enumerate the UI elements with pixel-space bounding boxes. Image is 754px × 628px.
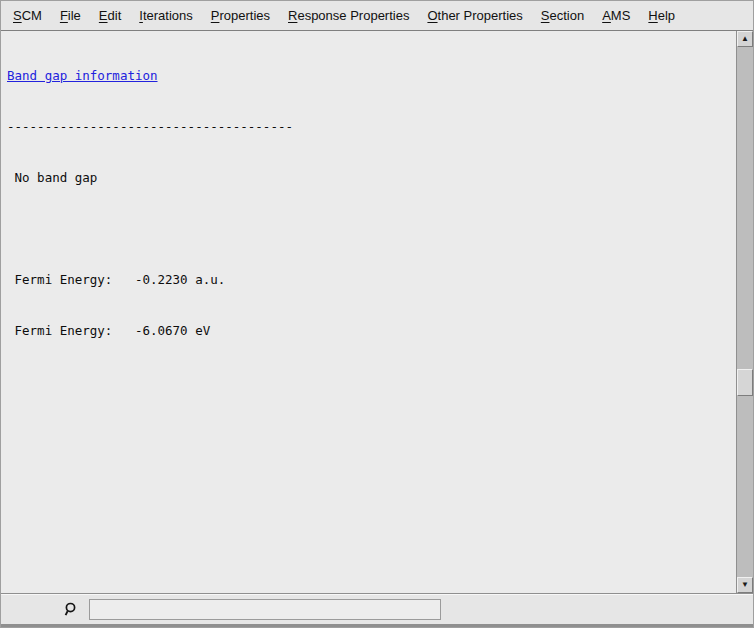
menu-item-file[interactable]: File xyxy=(51,5,90,26)
fermi-ev-value: -6.0670 xyxy=(135,323,188,338)
menu-item-help[interactable]: Help xyxy=(639,5,684,26)
menu-item-scm[interactable]: SCM xyxy=(4,5,51,26)
search-icon[interactable] xyxy=(63,602,77,617)
output-window: SCMFileEditIterationsPropertiesResponse … xyxy=(0,0,754,628)
scrollbar-thumb[interactable] xyxy=(737,369,753,396)
menu-item-ams[interactable]: AMS xyxy=(593,5,639,26)
menu-item-edit[interactable]: Edit xyxy=(90,5,130,26)
menu-item-iterations[interactable]: Iterations xyxy=(130,5,202,26)
no-band-gap-line: No band gap xyxy=(7,169,736,186)
down-arrow-icon: ▼ xyxy=(741,581,749,589)
menu-item-section[interactable]: Section xyxy=(532,5,593,26)
content-area: Band gap information -------------------… xyxy=(1,30,753,594)
band-gap-separator: -------------------------------------- xyxy=(7,118,736,135)
up-arrow-icon: ▲ xyxy=(741,35,749,43)
vertical-scrollbar: ▲ ▼ xyxy=(736,31,753,593)
search-bar xyxy=(1,594,753,624)
fermi-energy-ev-line: Fermi Energy:-6.0670eV xyxy=(7,322,736,339)
menu-item-response-properties[interactable]: Response Properties xyxy=(279,5,418,26)
band-gap-info-link[interactable]: Band gap information xyxy=(7,68,158,83)
search-input[interactable] xyxy=(89,599,441,620)
scrollbar-down-button[interactable]: ▼ xyxy=(737,577,753,593)
scrollbar-track[interactable] xyxy=(737,47,753,577)
window-bottom-edge xyxy=(1,624,753,627)
output-text-area[interactable]: Band gap information -------------------… xyxy=(1,31,736,593)
scrollbar-up-button[interactable]: ▲ xyxy=(737,31,753,47)
menu-item-other-properties[interactable]: Other Properties xyxy=(418,5,531,26)
menu-bar: SCMFileEditIterationsPropertiesResponse … xyxy=(1,1,753,30)
fermi-energy-au-line: Fermi Energy:-0.2230a.u. xyxy=(7,271,736,288)
fermi-au-value: -0.2230 xyxy=(135,272,188,287)
menu-item-properties[interactable]: Properties xyxy=(202,5,279,26)
